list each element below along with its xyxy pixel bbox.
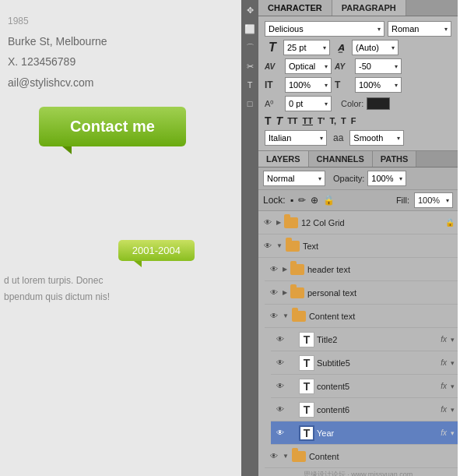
tab-channels[interactable]: CHANNELS [309, 151, 373, 167]
text-layer-icon: T [299, 355, 314, 371]
layer-name: Year [317, 428, 438, 438]
layer-12-col-grid[interactable]: 👁 ▶ 12 Col Grid 🔒 [258, 211, 458, 234]
superscript-btn[interactable]: T' [318, 116, 325, 125]
bold-btn[interactable]: T [265, 115, 272, 127]
layer-year[interactable]: 👁 T Year fx ▾ [271, 421, 458, 445]
layer-text-folder[interactable]: 👁 ▼ Text [258, 234, 458, 258]
underline-btn[interactable]: TT [303, 116, 313, 125]
layer-header-text[interactable]: 👁 ▶ header text [265, 258, 458, 281]
layer-title2[interactable]: 👁 T Title2 fx ▾ [271, 328, 458, 351]
eye-icon[interactable]: 👁 [268, 450, 280, 463]
scale-v-input[interactable]: 100% ▾ [355, 77, 402, 93]
tab-character[interactable]: CHARACTER [258, 0, 332, 16]
body-text-line2: bpendum quis dictum nis! [4, 289, 234, 305]
scale-h-icon: IT [265, 79, 282, 90]
shape-tool[interactable]: □ [243, 97, 257, 111]
lock-all-icon[interactable]: 🔒 [323, 195, 335, 206]
style-buttons-row: T T TT TT T' T, T F [265, 115, 451, 127]
font-style-arrow: ▾ [444, 26, 448, 33]
layer-personal-text[interactable]: 👁 ▶ personal text [265, 281, 458, 305]
scale-h-input[interactable]: 100% ▾ [285, 77, 332, 93]
text-layer-icon: T [299, 402, 314, 418]
eye-icon[interactable]: 👁 [268, 310, 280, 323]
year-text: 1985 [8, 16, 226, 26]
eye-icon[interactable]: 👁 [268, 263, 280, 276]
fill-label: Fill: [396, 196, 409, 205]
blend-mode-select[interactable]: Normal ▾ [263, 171, 325, 186]
layer-content-text[interactable]: 👁 ▼ Content text [265, 305, 458, 328]
layer-content6[interactable]: 👁 T content6 fx ▾ [271, 398, 458, 421]
scale-v-icon: T [335, 79, 352, 90]
expand-icon[interactable]: ▶ [283, 289, 287, 296]
move-tool[interactable]: ✥ [243, 3, 257, 17]
marquee-tool[interactable]: ⬜ [243, 22, 257, 36]
lock-label: Lock: [263, 195, 286, 206]
eye-icon[interactable]: 👁 [274, 427, 286, 439]
layers-panel: LAYERS CHANNELS PATHS Normal ▾ Opacity: … [258, 151, 458, 476]
color-label: Color: [341, 99, 363, 108]
layer-name: Subtitle5 [317, 358, 438, 368]
tools-sidebar: ✥ ⬜ ⌒ ✂ T □ [241, 0, 258, 476]
layers-list: 👁 ▶ 12 Col Grid 🔒 👁 ▼ Text [258, 211, 458, 468]
font-style-select[interactable]: Roman ▾ [388, 21, 451, 37]
eye-icon[interactable]: 👁 [262, 217, 274, 229]
expand-icon[interactable]: ▼ [283, 312, 289, 319]
text-layer-icon: T [299, 425, 314, 441]
lock-position-icon[interactable]: ⊕ [311, 195, 318, 206]
crop-tool[interactable]: ✂ [243, 59, 257, 73]
fill-input[interactable]: 100% ▾ [414, 192, 453, 208]
allcaps-btn[interactable]: T [341, 116, 346, 125]
layer-name: Content text [309, 312, 455, 321]
lock-transparent-icon[interactable]: ▪ [290, 195, 293, 206]
lock-image-icon[interactable]: ✏ [298, 195, 306, 206]
expand-icon[interactable]: ▶ [276, 219, 281, 226]
smooth-select[interactable]: Smooth ▾ [349, 130, 404, 146]
layers-tab-bar: LAYERS CHANNELS PATHS [258, 151, 458, 167]
layer-name: content5 [317, 382, 438, 391]
lock-icon: 🔒 [445, 218, 455, 227]
folder-icon [290, 263, 305, 276]
layer-name: header text [307, 265, 455, 274]
expand-icon[interactable]: ▼ [276, 242, 283, 249]
color-swatch[interactable] [367, 97, 390, 110]
layer-content5[interactable]: 👁 T content5 fx ▾ [271, 375, 458, 398]
body-text-line1: d ut lorem turpis. Donec [4, 273, 234, 288]
tab-layers[interactable]: LAYERS [258, 151, 309, 167]
font-size-input[interactable]: 25 pt ▾ [283, 40, 330, 55]
layer-name: Content [309, 452, 455, 461]
kerning-icon: AY [335, 62, 352, 71]
baseline-input[interactable]: 0 pt ▾ [285, 96, 332, 111]
italic-btn[interactable]: T [276, 115, 283, 127]
leading-input[interactable]: (Auto) ▾ [352, 40, 399, 55]
tt-btn1[interactable]: TT [287, 116, 297, 125]
expand-icon[interactable]: ▼ [283, 453, 289, 460]
font-size-icon: T [265, 41, 280, 55]
eye-icon[interactable]: 👁 [262, 240, 274, 252]
smallcaps-btn[interactable]: F [351, 116, 356, 125]
tab-paths[interactable]: PATHS [373, 151, 417, 167]
fx-arrow: ▾ [451, 406, 455, 414]
font-family-select[interactable]: Delicious ▾ [265, 21, 384, 37]
photoshop-panels: ✥ ⬜ ⌒ ✂ T □ CHARACTER PARAGRAPH Deliciou… [241, 0, 458, 476]
eye-icon[interactable]: 👁 [268, 287, 280, 299]
eye-icon[interactable]: 👁 [274, 404, 286, 416]
eye-icon[interactable]: 👁 [274, 380, 286, 393]
expand-icon[interactable]: ▶ [283, 266, 287, 273]
layer-subtitle5[interactable]: 👁 T Subtitle5 fx ▾ [271, 351, 458, 375]
layer-content-folder[interactable]: 👁 ▼ Content [265, 445, 458, 468]
opacity-input[interactable]: 100% ▾ [367, 171, 406, 186]
eye-icon[interactable]: 👁 [274, 333, 286, 346]
address-line1: Burke St, Melbourne [8, 33, 226, 50]
kerning-input[interactable]: -50 ▾ [355, 58, 402, 74]
layer-name: content6 [317, 405, 438, 414]
tracking-input[interactable]: Optical ▾ [285, 58, 332, 74]
eye-icon[interactable]: 👁 [274, 357, 286, 369]
subscript-btn[interactable]: T, [329, 116, 336, 125]
type-tool[interactable]: T [243, 78, 257, 92]
contact-button[interactable]: Contact me [39, 107, 186, 146]
tab-paragraph[interactable]: PARAGRAPH [332, 0, 406, 16]
text-layer-icon: T [299, 332, 314, 347]
leading-icon: A̲ [333, 43, 349, 53]
language-select[interactable]: Italian ▾ [265, 130, 327, 146]
lasso-tool[interactable]: ⌒ [243, 41, 257, 55]
